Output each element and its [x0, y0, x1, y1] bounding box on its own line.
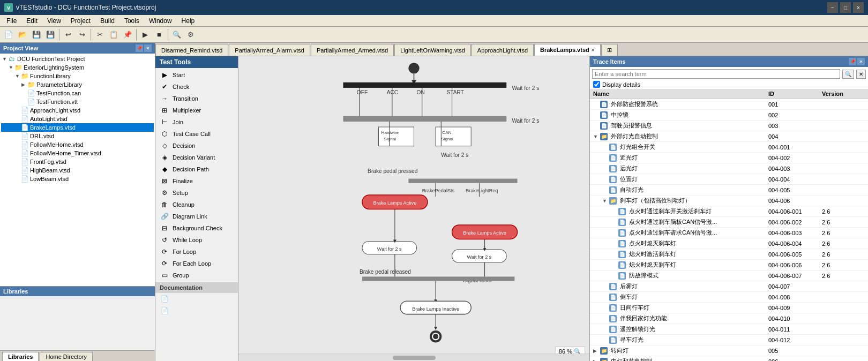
toolbar-copy[interactable]: 📋: [107, 28, 120, 41]
tree-item-drl[interactable]: ▶ 📄 DRL.vtsd: [1, 132, 154, 140]
trace-row[interactable]: 📄伴我回家灯光功能004-010: [590, 313, 868, 324]
window-controls[interactable]: − □ ×: [827, 2, 864, 13]
tool-whileloop[interactable]: ↺ While Loop: [155, 234, 238, 246]
display-details-checkbox[interactable]: [593, 81, 600, 88]
search-button[interactable]: 🔍: [842, 70, 854, 79]
tree-item-project[interactable]: ▼ 🗂 DCU FunctionTest Project: [1, 55, 154, 63]
project-view-pin[interactable]: 📌: [136, 44, 143, 52]
toolbar-settings[interactable]: ⚙: [184, 28, 197, 41]
tool-setup[interactable]: ⚙ Setup: [155, 187, 238, 199]
tool-start[interactable]: ▶ Start: [155, 69, 238, 81]
trace-row[interactable]: ▼📁刹车灯（包括高位制动灯）004-006: [590, 195, 868, 206]
tool-foreachloop[interactable]: ⟳ For Each Loop: [155, 258, 238, 269]
trace-close[interactable]: ×: [857, 58, 865, 65]
tree-item-paramlibrary[interactable]: ▶ 📁 ParameterLibrary: [1, 80, 154, 89]
trace-row[interactable]: 📄寻车灯光004-012: [590, 335, 868, 345]
tree-item-autolight[interactable]: ▶ 📄 AutoLight.vtsd: [1, 115, 154, 123]
tab-close-brakelamps[interactable]: ×: [592, 47, 595, 53]
trace-row[interactable]: 📄熄火时熄灭刹车灯004-006-0062.6: [590, 260, 868, 270]
menu-edit[interactable]: Edit: [22, 16, 42, 26]
tool-multiplexer[interactable]: ⊞ Multiplexer: [155, 104, 238, 116]
tool-backgroundcheck[interactable]: ⊟ Background Check: [155, 222, 238, 234]
trace-pin[interactable]: 📌: [849, 58, 856, 65]
toolbar-new[interactable]: 📄: [2, 28, 15, 41]
trace-row[interactable]: 📄点火时通过刹车请求CAN信号激...004-006-0032.6: [590, 228, 868, 238]
tab-new[interactable]: ⊞: [601, 44, 618, 56]
tree-item-brakelamps[interactable]: ▶ 📄 BrakeLamps.vtsd: [1, 123, 154, 132]
trace-row[interactable]: 📄日间行车灯004-009: [590, 303, 868, 313]
home-directory-tab[interactable]: Home Directory: [40, 352, 92, 361]
tool-decisionpath[interactable]: ◆ Decision Path: [155, 163, 238, 175]
tool-group[interactable]: ▭ Group: [155, 269, 238, 281]
toolbar-paste[interactable]: 📌: [121, 28, 134, 41]
search-clear[interactable]: ✕: [856, 70, 866, 79]
expand-arrow[interactable]: ▶: [593, 348, 598, 354]
tool-testcasecall[interactable]: ⬡ Test Case Call: [155, 128, 238, 140]
tree-item-extlighting[interactable]: ▼ 📁 ExteriorLightingSystem: [1, 63, 154, 72]
toolbar-filter[interactable]: 🔍: [170, 28, 183, 41]
tree-item-frontfog[interactable]: ▶ 📄 FrontFog.vtsd: [1, 157, 154, 166]
tab-partiallyarmedarmed[interactable]: PartiallyArmed_Armed.vtsd: [311, 44, 394, 56]
menu-window[interactable]: Window: [145, 16, 176, 26]
menu-project[interactable]: Project: [66, 16, 95, 26]
tree-item-funclibrary[interactable]: ▼ 📁 FunctionLibrary: [1, 72, 154, 80]
menu-file[interactable]: File: [2, 16, 21, 26]
menu-view[interactable]: View: [43, 16, 65, 26]
trace-row[interactable]: 📄点火时熄灭刹车灯004-006-0042.6: [590, 238, 868, 249]
toolbar-build[interactable]: ▶: [139, 28, 152, 41]
tool-doc-1[interactable]: 📄: [155, 293, 238, 305]
libraries-tab[interactable]: Libraries: [2, 352, 39, 361]
menu-build[interactable]: Build: [96, 16, 119, 26]
trace-row[interactable]: 📄近光灯004-002: [590, 153, 868, 163]
trace-row[interactable]: 📄位置灯004-004: [590, 174, 868, 185]
tool-finalize[interactable]: ⊠ Finalize: [155, 175, 238, 187]
tree-item-testfunctionvtt[interactable]: ▶ 📄 TestFunction.vtt: [1, 97, 154, 106]
trace-row[interactable]: 📄外部防盗报警系统001: [590, 99, 868, 110]
trace-row[interactable]: ▶📁转向灯005: [590, 345, 868, 356]
tool-decision[interactable]: ◇ Decision: [155, 140, 238, 152]
tool-check[interactable]: ✔ Check: [155, 81, 238, 93]
tab-lightleftonwarning[interactable]: LightLeftOnWarning.vtsd: [394, 44, 471, 56]
tab-partiallyarmedalarm[interactable]: PartiallyArmed_Alarm.vtsd: [229, 44, 310, 56]
tree-item-lowbeam[interactable]: ▶ 📄 LowBeam.vtsd: [1, 175, 154, 183]
tree-item-highbeam[interactable]: ▶ 📄 HighBeam.vtsd: [1, 166, 154, 175]
tool-decisionvariant[interactable]: ◈ Decision Variant: [155, 152, 238, 163]
tool-doc-2[interactable]: 📄: [155, 305, 238, 317]
expand-arrow[interactable]: ▼: [602, 198, 608, 204]
project-view-close[interactable]: ×: [144, 44, 152, 52]
tab-approachlight[interactable]: ApproachLight.vtsd: [472, 44, 534, 56]
minimize-button[interactable]: −: [827, 2, 838, 13]
toolbar-save[interactable]: 💾: [30, 28, 43, 41]
trace-row[interactable]: 📄点火时通过刹车开关激活刹车灯004-006-0012.6: [590, 206, 868, 217]
toolbar-stop[interactable]: ■: [153, 28, 166, 41]
diagram-canvas[interactable]: OFF ACC ON START Wait for 2 s Wait for 2…: [238, 56, 589, 361]
trace-row[interactable]: 📄驾驶员报警信息003: [590, 121, 868, 131]
toolbar-open[interactable]: 📂: [16, 28, 29, 41]
tree-item-followmehometimer[interactable]: ▶ 📄 FollowMeHome_Timer.vtsd: [1, 149, 154, 157]
trace-row[interactable]: 📄灯光组合开关004-001: [590, 142, 868, 153]
trace-row[interactable]: 📄点火时通过刹车脑板CAN信号激...004-006-0022.6: [590, 217, 868, 228]
trace-row[interactable]: 📄防故障模式004-006-0072.6: [590, 270, 868, 281]
tool-join[interactable]: ⊢ Join: [155, 116, 238, 128]
tree-item-testfunctioncan[interactable]: ▶ 📄 TestFunction.can: [1, 89, 154, 97]
trace-row[interactable]: ▶📁内灯和节电控制006: [590, 356, 868, 361]
tree-item-followmehome[interactable]: ▶ 📄 FollowMeHome.vtsd: [1, 140, 154, 149]
trace-row[interactable]: 📄自动灯光004-005: [590, 185, 868, 195]
toolbar-undo[interactable]: ↩: [62, 28, 74, 41]
tab-disarmed[interactable]: Disarmed_Remind.vtsd: [155, 44, 228, 56]
toolbar-cut[interactable]: ✂: [93, 28, 106, 41]
tool-diagramlink[interactable]: 🔗 Diagram Link: [155, 210, 238, 222]
tool-transition[interactable]: → Transition: [155, 93, 238, 104]
menu-help[interactable]: Help: [177, 16, 199, 26]
trace-row[interactable]: 📄倒车灯004-008: [590, 292, 868, 303]
tree-item-approachlight[interactable]: ▶ 📄 ApproachLight.vtsd: [1, 106, 154, 115]
expand-arrow[interactable]: ▶: [593, 359, 598, 362]
toolbar-saveall[interactable]: 💾: [44, 28, 57, 41]
trace-row[interactable]: 📄远光灯004-003: [590, 163, 868, 174]
expand-arrow[interactable]: ▼: [593, 134, 598, 139]
maximize-button[interactable]: □: [840, 2, 851, 13]
trace-row[interactable]: 📄遥控解锁灯光004-011: [590, 324, 868, 335]
trace-row[interactable]: 📄熄火时激活刹车灯004-006-0052.6: [590, 249, 868, 260]
close-button[interactable]: ×: [853, 2, 864, 13]
toolbar-redo[interactable]: ↪: [76, 28, 88, 41]
